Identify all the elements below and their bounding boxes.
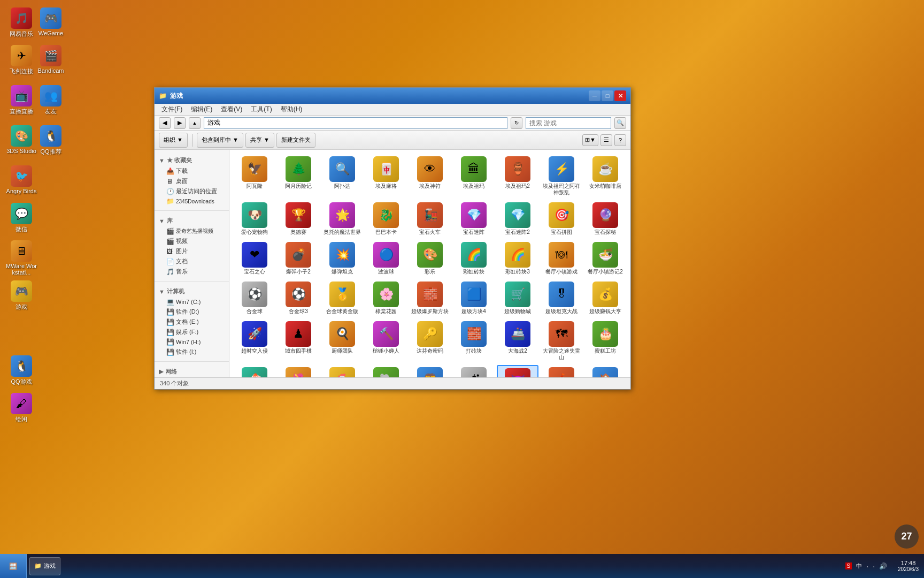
- details-button[interactable]: ☰: [600, 134, 612, 146]
- sidebar-item-c[interactable]: 💻 Win7 (C:): [159, 297, 225, 307]
- sidebar-item-iqiyi[interactable]: 🎬 爱奇艺热播视频: [159, 226, 225, 236]
- desktop-icon-qq[interactable]: 🐧 QQ推荐: [32, 123, 70, 158]
- menu-view[interactable]: 查看(V): [217, 104, 247, 115]
- menu-file[interactable]: 文件(F): [157, 104, 187, 115]
- desktop-icon-wegame[interactable]: 🎮 WeGame: [32, 5, 70, 39]
- taskbar-explorer-button[interactable]: 📁 游戏: [29, 557, 60, 575]
- game-item-25[interactable]: 🍽 餐厅小镇游戏: [541, 240, 582, 277]
- desktop-icon-youxi[interactable]: 🎮 游戏: [3, 278, 40, 313]
- sidebar-item-h[interactable]: 💾 Win7 (H:): [159, 337, 225, 347]
- game-item-26[interactable]: 🍜 餐厅小镇游记2: [584, 240, 626, 277]
- view-options-button[interactable]: ⊞▼: [582, 134, 598, 146]
- game-item-32[interactable]: 🟦 超级方块4: [453, 279, 495, 317]
- desktop-icon-mware[interactable]: 🖥 MWare Workstati...: [3, 238, 40, 278]
- game-item-0[interactable]: 🦅 阿瓦隆: [234, 154, 275, 198]
- game-item-9[interactable]: 🐶 爱心宠物狗: [234, 200, 275, 238]
- game-item-37[interactable]: ♟ 城市四手棋: [278, 319, 319, 363]
- game-item-4[interactable]: 👁 埃及神符: [409, 154, 451, 198]
- game-item-19[interactable]: 💣 爆弹小子2: [278, 240, 319, 277]
- sidebar-header-network[interactable]: ▶网络: [159, 366, 225, 377]
- game-item-20[interactable]: 💥 爆弹坦克: [321, 240, 363, 277]
- minimize-button[interactable]: ─: [589, 90, 600, 101]
- desktop-icon-bandicam[interactable]: 🎬 Bandicam: [32, 43, 70, 76]
- game-item-3[interactable]: 🀄 埃及麻将: [365, 154, 407, 198]
- menu-help[interactable]: 帮助(H): [276, 104, 307, 115]
- back-button[interactable]: ◀: [159, 117, 171, 129]
- desktop-icon-youzu[interactable]: 👥 友友: [32, 83, 70, 118]
- game-item-53[interactable]: 🏠 房屋建筑队: [584, 365, 626, 377]
- forward-button[interactable]: ▶: [174, 117, 186, 129]
- refresh-button[interactable]: ↻: [511, 117, 522, 129]
- sidebar-item-download[interactable]: 📥 下载: [159, 166, 225, 176]
- sidebar-item-2345[interactable]: 📁 2345Downloads: [159, 196, 225, 206]
- game-item-6[interactable]: 🏺 埃及祖玛2: [497, 154, 538, 198]
- maximize-button[interactable]: □: [602, 90, 613, 101]
- menu-edit[interactable]: 编辑(E): [187, 104, 217, 115]
- sidebar-item-desktop[interactable]: 🖥 桌面: [159, 176, 225, 186]
- game-item-41[interactable]: 🧱 打砖块: [453, 319, 495, 363]
- game-item-30[interactable]: 🌸 棣棠花园: [365, 279, 407, 317]
- new-folder-button[interactable]: 新建文件夹: [276, 133, 315, 148]
- game-item-24[interactable]: 🌈 彩虹砖块3: [497, 240, 538, 277]
- help-button[interactable]: ?: [614, 134, 626, 146]
- include-library-button[interactable]: 包含到库中 ▼: [197, 133, 243, 148]
- menu-tools[interactable]: 工具(T): [247, 104, 276, 115]
- sidebar-header-computer[interactable]: ▼计算机: [159, 286, 225, 297]
- file-list[interactable]: 🦅 阿瓦隆 🌲 阿月历险记 🔍 阿扑达 🀄 埃及麻将: [229, 150, 630, 377]
- game-item-27[interactable]: ⚽ 合金球: [234, 279, 275, 317]
- game-item-46[interactable]: 🌺 蜜糕工坊之夏威夷店: [278, 365, 319, 377]
- game-item-36[interactable]: 🚀 超时空入侵: [234, 319, 275, 363]
- sidebar-item-docs[interactable]: 📄 文档: [159, 256, 225, 267]
- desktop-icon-birds[interactable]: 🐦 Angry Birds: [3, 163, 40, 196]
- desktop-icon-weixin[interactable]: 💬 微信: [3, 201, 40, 235]
- sidebar-header-library[interactable]: ▼库: [159, 215, 225, 226]
- game-item-34[interactable]: 🎖 超级坦克大战: [541, 279, 582, 317]
- game-item-11[interactable]: 🌟 奥托的魔法世界: [321, 200, 363, 238]
- game-item-13[interactable]: 🚂 宝石火车: [409, 200, 451, 238]
- sidebar-item-video[interactable]: 🎬 视频: [159, 236, 225, 246]
- game-item-35[interactable]: 💰 超级赚钱大亨: [584, 279, 626, 317]
- game-item-45[interactable]: 🍰 蜜糕工坊5: [234, 365, 275, 377]
- game-item-43[interactable]: 🗺 大冒险之迷失雷山: [541, 319, 582, 363]
- sidebar-item-pictures[interactable]: 🖼 图片: [159, 246, 225, 256]
- sidebar-item-i[interactable]: 💾 软件 (I:): [159, 347, 225, 357]
- game-item-12[interactable]: 🐉 巴巴本卡: [365, 200, 407, 238]
- search-input[interactable]: [526, 117, 611, 129]
- game-item-1[interactable]: 🌲 阿月历险记: [278, 154, 319, 198]
- game-item-22[interactable]: 🎨 彩乐: [409, 240, 451, 277]
- tray-volume-icon[interactable]: 🔊: [879, 562, 887, 570]
- game-item-42[interactable]: 🚢 大海战2: [497, 319, 538, 363]
- game-item-23[interactable]: 🌈 彩虹砖块: [453, 240, 495, 277]
- game-item-8[interactable]: ☕ 女米萌咖啡店: [584, 154, 626, 198]
- organize-button[interactable]: 组织 ▼: [159, 133, 188, 148]
- game-item-50[interactable]: 🏙 都市摩天楼: [453, 365, 495, 377]
- sidebar-item-d[interactable]: 💾 软件 (D:): [159, 307, 225, 317]
- game-item-7[interactable]: ⚡ 埃及祖玛之阿祥神叛乱: [541, 154, 582, 198]
- game-item-33[interactable]: 🛒 超级购物城: [497, 279, 538, 317]
- game-item-28[interactable]: ⚽ 合金球3: [278, 279, 319, 317]
- game-item-5[interactable]: 🏛 埃及祖玛: [453, 154, 495, 198]
- game-item-44[interactable]: 🎂 蜜糕工坊: [584, 319, 626, 363]
- game-item-17[interactable]: 🔮 宝石探秘: [584, 200, 626, 238]
- up-button[interactable]: ▲: [189, 117, 201, 129]
- game-item-16[interactable]: 🎯 宝石拼图: [541, 200, 582, 238]
- sidebar-item-music[interactable]: 🎵 音乐: [159, 267, 225, 277]
- game-item-40[interactable]: 🔑 达芬奇密码: [409, 319, 451, 363]
- game-item-48[interactable]: 🐘 动物积木: [365, 365, 407, 377]
- game-item-31[interactable]: 🧱 超级爆罗斯方块: [409, 279, 451, 317]
- game-item-39[interactable]: 🔨 槌锤小婵人: [365, 319, 407, 363]
- share-button[interactable]: 共享 ▼: [245, 133, 274, 148]
- tray-s-icon[interactable]: S: [845, 562, 852, 569]
- close-button[interactable]: ✕: [614, 90, 626, 101]
- search-button[interactable]: 🔍: [614, 117, 626, 129]
- game-item-10[interactable]: 🏆 奥德赛: [278, 200, 319, 238]
- sidebar-item-recent[interactable]: 🕐 最近访问的位置: [159, 186, 225, 196]
- taskbar-clock[interactable]: 17:48 2020/6/3: [892, 560, 924, 572]
- game-item-51[interactable]: 😈 恶魔守卫者22之爱界之战: [497, 365, 538, 377]
- sidebar-item-e[interactable]: 💾 文档 (E:): [159, 317, 225, 327]
- game-item-29[interactable]: 🥇 合金球黄金版: [321, 279, 363, 317]
- sidebar-header-favorites[interactable]: ▼★ 收藏夹: [159, 155, 225, 166]
- game-item-14[interactable]: 💎 宝石迷阵: [453, 200, 495, 238]
- desktop-icon-huixian[interactable]: 🖌 绘闲: [3, 391, 40, 425]
- game-item-38[interactable]: 🍳 厨师团队: [321, 319, 363, 363]
